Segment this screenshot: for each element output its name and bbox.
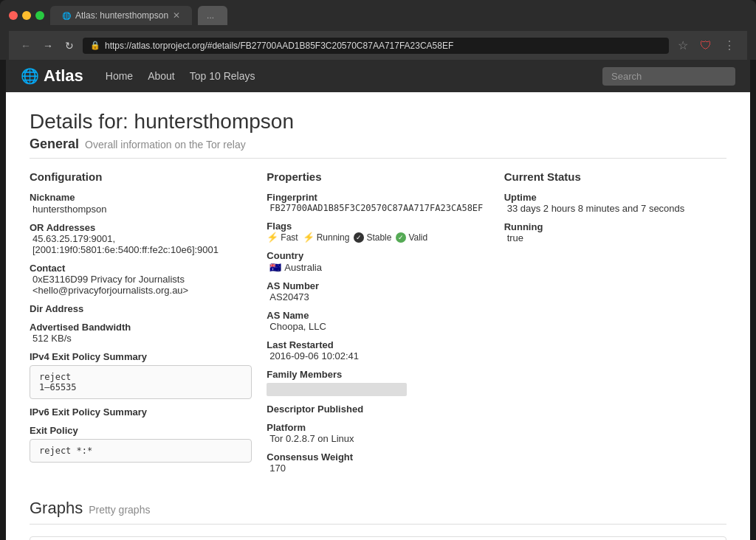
flags-label: Flags bbox=[267, 221, 489, 232]
globe-icon: 🌐 bbox=[21, 67, 39, 85]
fingerprint-field: Fingerprint FB27700AAD1B85F3C20570C87AA7… bbox=[267, 192, 489, 213]
reload-button[interactable]: ↻ bbox=[62, 37, 77, 55]
graphs-subtitle: Pretty graphs bbox=[89, 504, 150, 516]
ipv6-exit-label: IPv6 Exit Policy Summary bbox=[30, 406, 252, 418]
tab-close-icon[interactable]: ✕ bbox=[173, 10, 180, 21]
properties-heading: Properties bbox=[267, 170, 489, 183]
browser-chrome: 🌐 Atlas: huntersthompson ✕ ... ← → ↻ 🔒 h… bbox=[0, 0, 756, 60]
maximize-button[interactable] bbox=[35, 11, 44, 20]
running-label: Running bbox=[504, 221, 726, 232]
general-subtitle: Overall information on the Tor relay bbox=[85, 139, 246, 150]
bookmark-icon[interactable]: ☆ bbox=[675, 35, 691, 55]
as-number-label: AS Number bbox=[267, 280, 489, 291]
main-window: 🌐 Atlas Home About Top 10 Relays Details… bbox=[6, 60, 750, 540]
running-label: Running bbox=[317, 232, 350, 243]
country-value: 🇦🇺 Australia bbox=[267, 262, 322, 273]
consensus-field: Consensus Weight 170 bbox=[267, 451, 489, 474]
as-number-value: AS20473 bbox=[267, 291, 489, 302]
browser-toolbar: ← → ↻ 🔒 https://atlas.torproject.org/#de… bbox=[9, 31, 747, 60]
family-field: Family Members bbox=[267, 369, 489, 396]
or-address-2: [2001:19f0:5801:6e:5400:ff:fe2c:10e6]:90… bbox=[30, 244, 252, 255]
nav-about[interactable]: About bbox=[148, 70, 175, 82]
country-name: Australia bbox=[284, 262, 322, 273]
minimize-button[interactable] bbox=[22, 11, 31, 20]
ipv4-exit-field: IPv4 Exit Policy Summary reject 1–65535 bbox=[30, 351, 252, 399]
browser-tab-active[interactable]: 🌐 Atlas: huntersthompson ✕ bbox=[50, 6, 192, 25]
as-name-value: Choopa, LLC bbox=[267, 321, 489, 332]
or-addresses-label: OR Addresses bbox=[30, 222, 252, 233]
search-input[interactable] bbox=[602, 67, 735, 86]
atlas-logo[interactable]: 🌐 Atlas bbox=[21, 66, 83, 86]
country-flag: 🇦🇺 bbox=[269, 262, 281, 273]
properties-column: Properties Fingerprint FB27700AAD1B85F3C… bbox=[267, 170, 489, 481]
menu-icon[interactable]: ⋮ bbox=[721, 35, 738, 55]
or-address-1: 45.63.25.179:9001, bbox=[30, 233, 252, 244]
valid-badge: ✓ Valid bbox=[396, 232, 427, 243]
descriptor-field: Descriptor Published bbox=[267, 404, 489, 415]
toolbar-actions: ☆ 🛡 ⋮ bbox=[675, 35, 738, 55]
platform-value: Tor 0.2.8.7 on Linux bbox=[267, 433, 489, 444]
fast-badge: ⚡ Fast bbox=[267, 232, 298, 243]
dir-address-label: Dir Address bbox=[30, 303, 252, 314]
last-restarted-label: Last Restarted bbox=[267, 339, 489, 350]
general-section-heading: General Overall information on the Tor r… bbox=[30, 136, 726, 159]
fast-label: Fast bbox=[281, 232, 298, 243]
consensus-value: 170 bbox=[267, 463, 489, 474]
uptime-label: Uptime bbox=[504, 192, 726, 203]
forward-button[interactable]: → bbox=[40, 37, 56, 55]
advertised-bw-value: 512 KB/s bbox=[30, 333, 252, 344]
configuration-heading: Configuration bbox=[30, 170, 252, 183]
contact-value-2: <hello@privacyforjournalists.org.au> bbox=[30, 285, 252, 296]
tab-favicon: 🌐 bbox=[62, 12, 71, 20]
exit-policy-field: Exit Policy reject *:* bbox=[30, 425, 252, 463]
browser-titlebar: 🌐 Atlas: huntersthompson ✕ ... bbox=[9, 6, 747, 25]
advertised-bw-field: Advertised Bandwidth 512 KB/s bbox=[30, 322, 252, 344]
nickname-field: Nickname huntersthompson bbox=[30, 192, 252, 215]
last-restarted-value: 2016-09-06 10:02:41 bbox=[267, 350, 489, 361]
flags-field: Flags ⚡ Fast ⚡ Running ✓ Stable bbox=[267, 221, 489, 243]
page-title: Details for: huntersthompson bbox=[30, 110, 726, 134]
running-value: true bbox=[504, 232, 726, 243]
country-field: Country 🇦🇺 Australia bbox=[267, 250, 489, 273]
graphs-section: Graphs Pretty graphs written bytes per s… bbox=[30, 499, 726, 540]
atlas-navbar: 🌐 Atlas Home About Top 10 Relays bbox=[6, 60, 750, 92]
contact-label: Contact bbox=[30, 263, 252, 274]
ipv4-exit-value-2: 1–65535 bbox=[39, 382, 242, 392]
dir-address-field: Dir Address bbox=[30, 303, 252, 314]
ipv4-exit-code-box: reject 1–65535 bbox=[30, 365, 252, 399]
as-name-field: AS Name Choopa, LLC bbox=[267, 310, 489, 332]
stable-icon: ✓ bbox=[354, 232, 364, 243]
running-icon: ⚡ bbox=[303, 232, 315, 243]
graphs-heading: Graphs Pretty graphs bbox=[30, 499, 726, 525]
valid-icon: ✓ bbox=[396, 232, 406, 243]
fingerprint-label: Fingerprint bbox=[267, 192, 489, 203]
tab-title: Atlas: huntersthompson bbox=[75, 10, 168, 21]
stable-label: Stable bbox=[366, 232, 391, 243]
platform-label: Platform bbox=[267, 422, 489, 433]
address-bar[interactable]: 🔒 https://atlas.torproject.org/#details/… bbox=[83, 38, 669, 54]
advertised-bw-label: Advertised Bandwidth bbox=[30, 322, 252, 333]
details-grid: Configuration Nickname huntersthompson O… bbox=[30, 170, 726, 481]
contact-field: Contact 0xE3116D99 Privacy for Journalis… bbox=[30, 263, 252, 296]
ipv4-exit-label: IPv4 Exit Policy Summary bbox=[30, 351, 252, 362]
stable-badge: ✓ Stable bbox=[354, 232, 391, 243]
flags-badges: ⚡ Fast ⚡ Running ✓ Stable ✓ bbox=[267, 232, 489, 243]
or-addresses-field: OR Addresses 45.63.25.179:9001, [2001:19… bbox=[30, 222, 252, 255]
browser-tab-inactive[interactable]: ... bbox=[198, 6, 227, 25]
as-name-label: AS Name bbox=[267, 310, 489, 321]
nickname-label: Nickname bbox=[30, 192, 252, 203]
close-button[interactable] bbox=[9, 11, 18, 20]
exit-policy-code-box: reject *:* bbox=[30, 439, 252, 463]
exit-policy-value: reject *:* bbox=[39, 446, 242, 456]
ipv4-exit-value-1: reject bbox=[39, 372, 242, 382]
ipv6-exit-field: IPv6 Exit Policy Summary bbox=[30, 406, 252, 418]
family-bar bbox=[267, 383, 407, 396]
nickname-value: huntersthompson bbox=[30, 204, 106, 215]
back-button[interactable]: ← bbox=[18, 37, 34, 55]
nav-top10[interactable]: Top 10 Relays bbox=[190, 70, 255, 82]
shield-icon[interactable]: 🛡 bbox=[697, 36, 715, 55]
page-content: Details for: huntersthompson General Ove… bbox=[6, 92, 750, 540]
country-label: Country bbox=[267, 250, 489, 261]
general-heading: General bbox=[30, 136, 79, 152]
nav-home[interactable]: Home bbox=[106, 70, 133, 82]
